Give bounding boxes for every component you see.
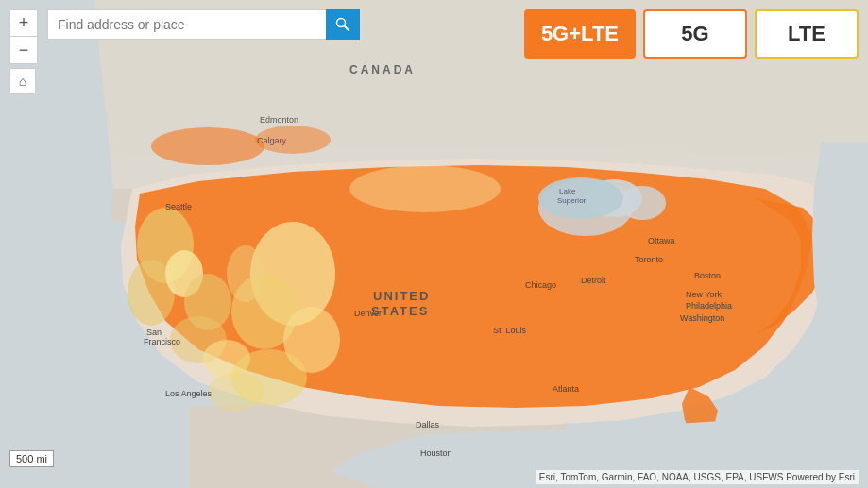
svg-text:Detroit: Detroit — [581, 276, 606, 285]
svg-text:New York: New York — [686, 290, 723, 299]
svg-text:CANADA: CANADA — [349, 63, 416, 76]
svg-text:Toronto: Toronto — [635, 255, 663, 264]
svg-text:UNITED: UNITED — [373, 289, 430, 303]
search-input[interactable] — [47, 9, 326, 40]
home-button[interactable]: ⌂ — [9, 68, 36, 94]
attribution-text: Esri, TomTom, Garmin, FAO, NOAA, USGS, E… — [539, 472, 855, 482]
search-icon — [335, 17, 350, 32]
network-buttons: 5G+LTE 5G LTE — [524, 9, 859, 59]
svg-text:Calgary: Calgary — [257, 136, 287, 145]
svg-text:Lake: Lake — [559, 187, 576, 195]
search-button[interactable] — [326, 9, 360, 40]
svg-text:Edmonton: Edmonton — [260, 115, 298, 125]
zoom-controls: + − — [9, 9, 38, 64]
zoom-out-button[interactable]: − — [10, 37, 37, 63]
svg-text:Chicago: Chicago — [525, 280, 556, 290]
zoom-in-button[interactable]: + — [10, 10, 37, 37]
svg-text:STATES: STATES — [371, 304, 429, 318]
svg-text:Atlanta: Atlanta — [553, 384, 579, 394]
5g-lte-button[interactable]: 5G+LTE — [524, 9, 636, 59]
map-container[interactable]: Seattle San Francisco Los Angeles Denver… — [0, 0, 868, 488]
scale-bar: 500 mi — [9, 450, 54, 467]
svg-point-13 — [227, 245, 264, 302]
scale-label: 500 mi — [16, 453, 47, 464]
svg-text:Seattle: Seattle — [165, 202, 192, 211]
lte-button[interactable]: LTE — [755, 9, 859, 59]
svg-text:Philadelphia: Philadelphia — [686, 301, 732, 311]
svg-point-16 — [349, 165, 501, 212]
map-background: Seattle San Francisco Los Angeles Denver… — [0, 0, 868, 488]
svg-point-15 — [208, 373, 264, 411]
svg-text:San: San — [146, 328, 162, 337]
svg-text:Washington: Washington — [680, 313, 724, 323]
svg-text:Los Angeles: Los Angeles — [165, 389, 213, 398]
svg-text:Francisco: Francisco — [144, 337, 180, 346]
home-icon: ⌂ — [19, 74, 26, 89]
svg-text:St. Louis: St. Louis — [493, 326, 527, 335]
svg-line-48 — [345, 26, 349, 31]
search-bar — [47, 9, 360, 40]
svg-text:Boston: Boston — [694, 271, 721, 280]
svg-point-21 — [151, 127, 264, 165]
svg-point-19 — [619, 186, 666, 220]
svg-text:Dallas: Dallas — [416, 420, 440, 429]
attribution: Esri, TomTom, Garmin, FAO, NOAA, USGS, E… — [536, 470, 859, 484]
svg-text:Superior: Superior — [557, 196, 587, 205]
svg-text:Houston: Houston — [420, 448, 452, 458]
svg-text:Ottawa: Ottawa — [648, 236, 675, 245]
5g-button[interactable]: 5G — [643, 9, 747, 59]
